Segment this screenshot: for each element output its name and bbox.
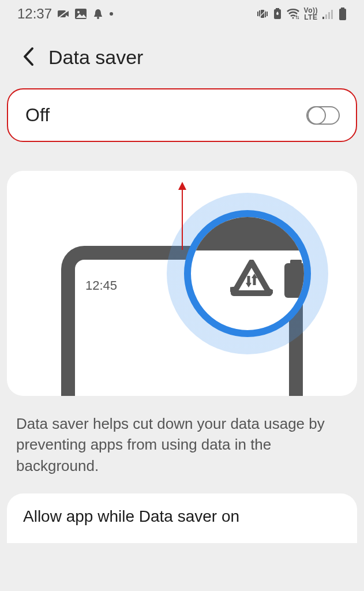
- magnified-phone-edge: [191, 217, 304, 250]
- vibrate-icon: [257, 8, 268, 20]
- svg-point-4: [97, 17, 99, 19]
- svg-rect-17: [339, 9, 346, 20]
- svg-point-3: [77, 11, 80, 13]
- svg-rect-26: [284, 263, 307, 298]
- magnifier-lens: [184, 210, 311, 337]
- svg-rect-15: [331, 10, 333, 19]
- svg-point-9: [292, 17, 294, 19]
- data-saver-switch[interactable]: [306, 106, 340, 125]
- magnifier-glow: [167, 193, 328, 354]
- svg-rect-12: [322, 17, 324, 19]
- svg-marker-11: [297, 18, 299, 19]
- description-text: Data saver helps cut down your data usag…: [0, 396, 364, 493]
- back-button[interactable]: [22, 47, 35, 69]
- svg-rect-8: [276, 8, 279, 10]
- more-notifications-dot: [110, 12, 113, 16]
- annotation-arrow: [177, 182, 188, 253]
- network-type-indicator: Vo)) LTE: [304, 7, 318, 21]
- svg-rect-13: [325, 14, 327, 19]
- battery-icon: [339, 8, 347, 20]
- switch-knob: [307, 106, 326, 125]
- allow-app-row[interactable]: Allow app while Data saver on: [7, 493, 357, 543]
- svg-marker-19: [178, 182, 186, 190]
- illustration-phone-time: 12:45: [85, 278, 117, 293]
- data-saver-toggle-card: Off: [7, 88, 357, 142]
- svg-rect-0: [58, 10, 66, 17]
- svg-marker-20: [246, 260, 257, 267]
- notification-bell-icon: [92, 8, 104, 20]
- page-header: Data saver: [0, 25, 364, 85]
- svg-marker-23: [246, 283, 252, 287]
- data-saver-toggle-row[interactable]: Off: [8, 89, 356, 141]
- camera-off-icon: [58, 9, 69, 18]
- status-time: 12:37: [17, 6, 52, 22]
- page-title: Data saver: [48, 46, 143, 69]
- svg-rect-14: [328, 12, 330, 19]
- battery-statusbar-icon: [282, 260, 310, 300]
- signal-icon: [322, 9, 334, 19]
- data-saver-statusbar-icon: [230, 260, 273, 300]
- power-saving-icon: [273, 8, 282, 20]
- allow-app-label: Allow app while Data saver on: [23, 507, 341, 526]
- image-icon: [75, 9, 87, 19]
- wifi-icon: [287, 9, 299, 19]
- toggle-state-label: Off: [25, 104, 50, 126]
- status-bar: 12:37 Vo)) LTE: [0, 0, 364, 25]
- svg-marker-10: [295, 15, 297, 17]
